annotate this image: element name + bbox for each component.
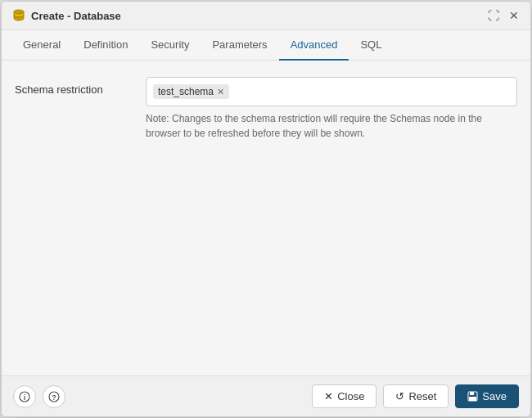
title-bar: Create - Database ⛶ ✕ [2, 2, 530, 30]
info-icon: i [19, 391, 30, 402]
info-button[interactable]: i [13, 385, 36, 408]
dialog-title: Create - Database [31, 10, 121, 22]
help-button[interactable]: ? [43, 385, 65, 408]
schema-restriction-note: Note: Changes to the schema restriction … [146, 111, 517, 141]
tag-remove-button[interactable]: ✕ [217, 88, 224, 97]
tab-advanced[interactable]: Advanced [279, 30, 349, 61]
help-icon: ? [48, 391, 60, 402]
expand-button[interactable]: ⛶ [486, 8, 501, 23]
schema-restriction-input[interactable]: test_schema ✕ [146, 77, 517, 106]
close-icon: ✕ [324, 390, 333, 402]
svg-text:?: ? [52, 393, 56, 402]
schema-restriction-label: Schema restriction [15, 77, 146, 96]
svg-rect-6 [470, 392, 474, 395]
reset-icon: ↺ [395, 390, 404, 402]
tab-definition[interactable]: Definition [72, 30, 139, 61]
title-left: Create - Database [11, 8, 121, 23]
schema-restriction-control: test_schema ✕ Note: Changes to the schem… [146, 77, 517, 141]
content-area: Schema restriction test_schema ✕ Note: C… [2, 61, 530, 375]
footer-left: i ? [13, 385, 65, 408]
reset-button[interactable]: ↺ Reset [383, 384, 449, 408]
close-button[interactable]: ✕ Close [312, 384, 376, 408]
database-icon [11, 8, 26, 23]
footer-right: ✕ Close ↺ Reset Save [312, 384, 519, 408]
svg-text:i: i [24, 393, 26, 402]
svg-rect-7 [469, 397, 476, 401]
footer: i ? ✕ Close ↺ Reset [2, 375, 530, 416]
tab-sql[interactable]: SQL [349, 30, 393, 61]
title-controls: ⛶ ✕ [486, 8, 521, 23]
create-database-dialog: Create - Database ⛶ ✕ General Definition… [1, 1, 531, 417]
tag-label: test_schema [158, 86, 214, 97]
schema-restriction-row: Schema restriction test_schema ✕ Note: C… [15, 77, 517, 141]
save-button[interactable]: Save [455, 384, 519, 408]
tab-security[interactable]: Security [139, 30, 201, 61]
tab-general[interactable]: General [11, 30, 72, 61]
tab-bar: General Definition Security Parameters A… [2, 30, 530, 61]
tag-test-schema: test_schema ✕ [153, 84, 229, 99]
save-icon [467, 391, 478, 402]
close-button[interactable]: ✕ [507, 8, 521, 23]
tab-parameters[interactable]: Parameters [201, 30, 278, 61]
